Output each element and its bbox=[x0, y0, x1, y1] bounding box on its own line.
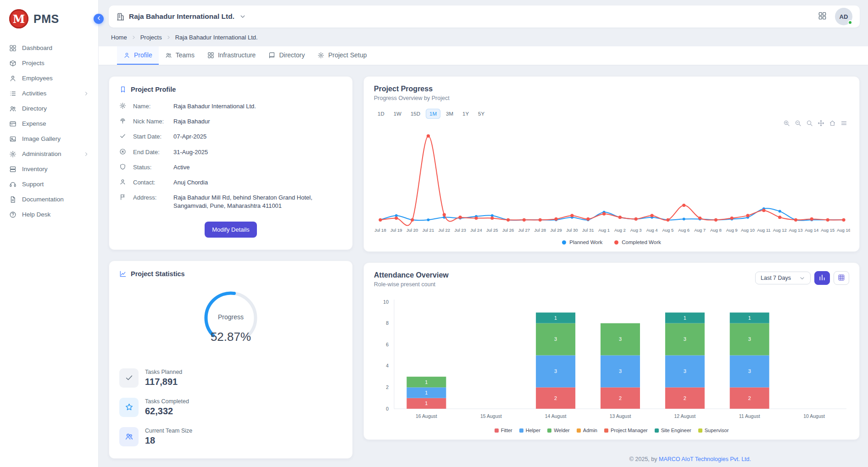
range-button-1y[interactable]: 1Y bbox=[459, 109, 473, 119]
svg-text:11 August: 11 August bbox=[739, 413, 760, 419]
tab-teams[interactable]: Teams bbox=[159, 46, 201, 65]
footer-company-link[interactable]: MARCO AIoT Technologies Pvt. Ltd. bbox=[659, 456, 751, 462]
attendance-chart[interactable]: 024681011116 August15 August233114 Augus… bbox=[374, 291, 849, 426]
legend-item-completed-work[interactable]: Completed Work bbox=[614, 239, 661, 245]
breadcrumb-item-projects[interactable]: Projects bbox=[140, 34, 162, 41]
profile-field-start-date: Start Date:07-Apr-2025 bbox=[119, 133, 342, 141]
pan-icon[interactable] bbox=[818, 120, 824, 127]
sidebar-item-documentation[interactable]: Documentation bbox=[0, 192, 98, 207]
tab-infrastructure[interactable]: Infrastructure bbox=[201, 46, 262, 65]
range-button-3m[interactable]: 3M bbox=[442, 109, 457, 119]
sidebar-item-administration[interactable]: Administration bbox=[0, 146, 98, 161]
brand[interactable]: M PMS bbox=[0, 0, 98, 40]
team-icon bbox=[119, 427, 139, 446]
svg-text:Aug 4: Aug 4 bbox=[646, 228, 658, 233]
legend-item-helper[interactable]: Helper bbox=[519, 428, 540, 433]
svg-text:15 August: 15 August bbox=[480, 413, 502, 419]
sidebar-item-help-desk[interactable]: Help Desk bbox=[0, 207, 98, 222]
svg-text:Jul 29: Jul 29 bbox=[550, 228, 562, 233]
table-view-toggle[interactable] bbox=[834, 271, 849, 285]
date-range-select[interactable]: Last 7 Days bbox=[755, 272, 811, 284]
svg-text:2: 2 bbox=[386, 384, 389, 390]
online-status-dot bbox=[848, 20, 852, 25]
profile-field-name: Name:Raja Bahadur International Ltd. bbox=[119, 102, 342, 111]
breadcrumb-item-home[interactable]: Home bbox=[111, 34, 127, 41]
svg-text:Jul 26: Jul 26 bbox=[502, 228, 514, 233]
svg-text:3: 3 bbox=[619, 368, 622, 374]
sidebar-item-projects[interactable]: Projects bbox=[0, 56, 98, 71]
activities-icon bbox=[9, 90, 17, 97]
legend-item-welder[interactable]: Welder bbox=[547, 428, 570, 433]
avatar-initials: AD bbox=[840, 13, 848, 20]
svg-text:3: 3 bbox=[684, 336, 686, 342]
administration-icon bbox=[9, 150, 17, 158]
project-progress-card: Project Progress Progress Overview by Pr… bbox=[363, 76, 860, 252]
footer: © 2025, by MARCO AIoT Technologies Pvt. … bbox=[363, 456, 860, 467]
sidebar-item-support[interactable]: Support bbox=[0, 177, 98, 192]
stat-value: 117,891 bbox=[145, 377, 182, 387]
svg-text:1: 1 bbox=[748, 315, 751, 321]
profile-field-contact: Contact:Anuj Chordia bbox=[119, 178, 342, 187]
bar-chart-legend: FitterHelperWelderAdminProject ManagerSi… bbox=[374, 428, 849, 433]
chart-toolbar bbox=[783, 120, 847, 127]
svg-text:2: 2 bbox=[748, 395, 751, 401]
zoom-out-icon[interactable] bbox=[795, 120, 801, 127]
tab-profile[interactable]: Profile bbox=[117, 46, 159, 65]
chevron-right-icon bbox=[83, 151, 89, 157]
zoom-select-icon[interactable] bbox=[806, 120, 813, 127]
sidebar-item-image-gallery[interactable]: Image Gallery bbox=[0, 131, 98, 146]
svg-text:Jul 28: Jul 28 bbox=[534, 228, 546, 233]
brand-logo: M bbox=[9, 9, 28, 28]
svg-text:Aug 12: Aug 12 bbox=[773, 228, 787, 233]
menu-icon[interactable] bbox=[840, 120, 847, 127]
svg-text:2: 2 bbox=[684, 395, 686, 401]
profile-card-header: Project Profile bbox=[119, 86, 342, 93]
svg-text:3: 3 bbox=[619, 336, 622, 342]
tab-directory[interactable]: Directory bbox=[262, 46, 311, 65]
sidebar-item-inventory[interactable]: Inventory bbox=[0, 161, 98, 177]
sidebar-item-dashboard[interactable]: Dashboard bbox=[0, 40, 98, 56]
zoom-in-icon[interactable] bbox=[783, 120, 790, 127]
home-icon[interactable] bbox=[829, 120, 836, 127]
sidebar-item-directory[interactable]: Directory bbox=[0, 101, 98, 116]
statistics-card-title: Project Statistics bbox=[131, 270, 185, 278]
svg-text:Aug 15: Aug 15 bbox=[821, 228, 835, 233]
legend-item-supervisor[interactable]: Supervisor bbox=[698, 428, 729, 433]
range-button-15d[interactable]: 15D bbox=[407, 109, 424, 119]
chevron-left-icon bbox=[96, 15, 102, 22]
tab-project-setup[interactable]: Project Setup bbox=[311, 46, 373, 65]
sidebar-item-expense[interactable]: Expense bbox=[0, 116, 98, 131]
sidebar-item-employees[interactable]: Employees bbox=[0, 71, 98, 86]
svg-text:Aug 8: Aug 8 bbox=[710, 228, 722, 233]
tab-label: Project Setup bbox=[328, 51, 367, 59]
company-selector[interactable]: Raja Bahadur International Ltd. bbox=[116, 12, 246, 21]
range-button-1w[interactable]: 1W bbox=[390, 109, 405, 119]
field-value: Raja Bahadur International Ltd. bbox=[173, 102, 256, 111]
project-progress-chart[interactable]: Jul 18Jul 19Jul 20Jul 21Jul 22Jul 23Jul … bbox=[374, 122, 849, 238]
chevron-right-icon bbox=[83, 91, 89, 96]
legend-item-admin[interactable]: Admin bbox=[577, 428, 597, 433]
sidebar-item-activities[interactable]: Activities bbox=[0, 86, 98, 101]
range-button-1d[interactable]: 1D bbox=[374, 109, 388, 119]
tab-label: Teams bbox=[176, 51, 195, 59]
circle-x-icon bbox=[119, 148, 128, 156]
chart-view-toggle[interactable] bbox=[814, 271, 830, 285]
sidebar-collapse-button[interactable] bbox=[94, 14, 104, 24]
chevron-right-icon bbox=[131, 35, 136, 40]
sidebar-item-label: Administration bbox=[22, 150, 61, 157]
project-statistics-card: Project Statistics Progress 52.87% Tasks… bbox=[109, 261, 353, 459]
gauge-value: 52.87% bbox=[187, 330, 274, 344]
copyright-text: © 2025, by bbox=[629, 456, 659, 462]
legend-item-fitter[interactable]: Fitter bbox=[495, 428, 512, 433]
svg-text:1: 1 bbox=[684, 315, 686, 321]
legend-item-planned-work[interactable]: Planned Work bbox=[562, 239, 602, 245]
svg-text:10: 10 bbox=[383, 299, 389, 305]
range-button-5y[interactable]: 5Y bbox=[474, 109, 488, 119]
range-button-1m[interactable]: 1M bbox=[426, 109, 440, 119]
apps-grid-button[interactable] bbox=[818, 11, 827, 22]
legend-item-project-manager[interactable]: Project Manager bbox=[604, 428, 648, 433]
modify-details-button[interactable]: Modify Details bbox=[205, 222, 257, 238]
avatar[interactable]: AD bbox=[835, 8, 852, 25]
content: Project Profile Name:Raja Bahadur Intern… bbox=[99, 65, 868, 467]
legend-item-site-engineer[interactable]: Site Engineer bbox=[655, 428, 691, 433]
